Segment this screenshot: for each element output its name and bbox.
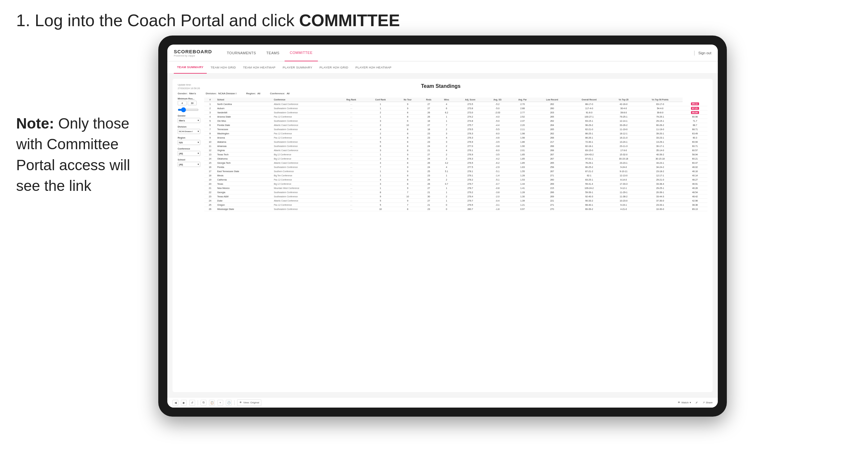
toolbar-copy-btn[interactable]: ⧉ (200, 400, 207, 406)
share-btn[interactable]: ↗ Share (703, 401, 713, 404)
cell-avg-par: 203 (535, 111, 569, 115)
cell-avg-sg: 2.70 (510, 102, 535, 106)
cell-avg-sg: 1.30 (510, 194, 535, 198)
cell-adj-score: 273.6 (455, 106, 485, 111)
cell-adj-score: 276.9 (455, 140, 485, 144)
nav-tournaments[interactable]: TOURNAMENTS (222, 44, 261, 61)
table-row: 3 Vanderbilt Southeastern Conference — 2… (204, 111, 708, 115)
toolbar-add-btn[interactable]: + (217, 400, 223, 406)
cell-reg-rank: — (337, 119, 366, 123)
cell-conference: Southeastern Conference (273, 165, 337, 169)
toolbar-sep1 (198, 400, 198, 405)
cell-points: 38.38 (683, 203, 708, 207)
toolbar-back-btn[interactable]: ◀ (173, 400, 178, 406)
cell-reg-rank: — (337, 165, 366, 169)
cell-points: 71.7 (683, 119, 708, 123)
toolbar-clock-btn[interactable]: 🕐 (226, 400, 231, 406)
school-select[interactable]: (All) ▾ (178, 162, 200, 167)
cell-school: California (216, 178, 272, 182)
cell-conf-rank: 3 (365, 148, 395, 152)
cell-low: 59-41-4 (569, 182, 609, 186)
cell-score-diff: -2.0 (485, 194, 510, 198)
cell-rank: 6 (204, 123, 216, 127)
cell-no-tour: 9 (395, 198, 420, 203)
cell-school: Duke (216, 198, 272, 203)
toolbar-expand-btn[interactable]: ⤢ (693, 401, 700, 404)
cell-school: New Mexico (216, 186, 272, 190)
min-rounds-label: Minimum Rou... (178, 97, 200, 100)
toolbar-refresh-btn[interactable]: ↺ (189, 400, 195, 406)
cell-overall: 30-4-0 (609, 106, 638, 111)
cell-reg-rank: — (337, 161, 366, 165)
cell-conference: Southeastern Conference (273, 194, 337, 198)
cell-overall: 9-12-1 (609, 186, 638, 190)
cell-no-tour: 10 (395, 123, 420, 127)
cell-wins: 6 (438, 106, 455, 111)
cell-rnds: 25 (420, 169, 438, 174)
cell-no-tour: 7 (395, 190, 420, 194)
cell-conference: Atlantic Coast Conference (273, 123, 337, 127)
table-row: 26 Mississippi State Southeastern Confer… (204, 207, 708, 211)
cell-adj-score: 276.5 (455, 161, 485, 165)
cell-overall: 11-38-2 (609, 194, 638, 198)
conference-select[interactable]: (All) ▾ (178, 151, 200, 156)
cell-overall: 13-24-1 (609, 140, 638, 144)
cell-conf-rank: 10 (365, 207, 395, 211)
cell-conference: Pac-12 Conference (273, 131, 337, 136)
nav-committee[interactable]: COMMITTEE (285, 44, 318, 61)
cell-low: 87-21-2 (569, 169, 609, 174)
gender-filter-display: Gender: Men's (178, 92, 196, 95)
sub-nav-team-summary[interactable]: TEAM SUMMARY (174, 61, 207, 74)
cell-wins: 2 (438, 178, 455, 182)
cell-wins: 1 (438, 115, 455, 119)
sub-nav-player-h2h-heatmap[interactable]: PLAYER H2H HEATMAP (352, 61, 395, 74)
cell-overall: 17-9-0 (609, 148, 638, 152)
cell-avg-par: 215 (535, 186, 569, 190)
cell-no-tour: 10 (395, 194, 420, 198)
nav-teams[interactable]: TEAMS (261, 44, 285, 61)
sub-nav-team-h2h-grid[interactable]: TEAM H2H GRID (207, 61, 239, 74)
cell-conference: Southeastern Conference (273, 207, 337, 211)
gender-select[interactable]: Men's ▾ (178, 118, 200, 123)
cell-rnds: 24 (420, 144, 438, 148)
cell-avg-par: 265 (535, 127, 569, 131)
min-rounds-input1[interactable]: 4 (178, 101, 187, 105)
cell-rnds: 24 (420, 165, 438, 169)
cell-rank: 3 (204, 111, 216, 115)
watch-btn[interactable]: 👁 Watch ▾ (678, 401, 691, 404)
cell-rnds: 26 (420, 161, 438, 165)
view-icon: 👁 (239, 401, 242, 404)
cell-no-tour: 8 (395, 136, 420, 140)
cell-score-diff: -5.0 (485, 106, 510, 111)
view-original-btn[interactable]: 👁 View: Original (237, 400, 261, 406)
cell-low: 90-33-2 (569, 198, 609, 203)
sub-nav-player-h2h-grid[interactable]: PLAYER H2H GRID (316, 61, 351, 74)
sub-nav-player-summary[interactable]: PLAYER SUMMARY (279, 61, 316, 74)
cell-conf-rank: 9 (365, 194, 395, 198)
region-select[interactable]: N/A ▾ (178, 140, 200, 145)
cell-rank: 10 (204, 140, 216, 144)
division-select[interactable]: NCAA Division I ▾ (178, 129, 200, 134)
cell-points: 42.98 (683, 198, 708, 203)
cell-no-tour: 6 (395, 119, 420, 123)
cell-overall: 11-29-1 (609, 190, 638, 194)
toolbar-paste-btn[interactable]: 📋 (209, 400, 215, 406)
points-badge: 89.11 (691, 102, 700, 105)
cell-wins: 4 (438, 136, 455, 140)
cell-reg-rank: — (337, 178, 366, 182)
cell-school: Tennessee (216, 127, 272, 131)
content-card: Update time: 27/03/2024 16:56:26 Team St… (173, 79, 713, 392)
cell-conference: Pac-12 Conference (273, 136, 337, 140)
sub-nav-team-h2h-heatmap[interactable]: TEAM H2H HEATMAP (240, 61, 279, 74)
min-rounds-input2[interactable]: 30 (188, 101, 197, 105)
nav-items: TOURNAMENTS TEAMS COMMITTEE (222, 44, 693, 61)
cell-overall: 23-11-3 (609, 144, 638, 148)
cell-vs-top25: 23-33-1 (638, 203, 682, 207)
min-rounds-slider[interactable] (178, 109, 199, 111)
toolbar-forward-btn[interactable]: ▶ (181, 400, 187, 406)
cell-no-tour: 7 (395, 203, 420, 207)
cell-points: 86.84 (683, 111, 708, 115)
sign-out-button[interactable]: Sign out (699, 51, 711, 55)
cell-score-diff: -0.7 (485, 182, 510, 186)
cell-reg-rank: — (337, 115, 366, 119)
